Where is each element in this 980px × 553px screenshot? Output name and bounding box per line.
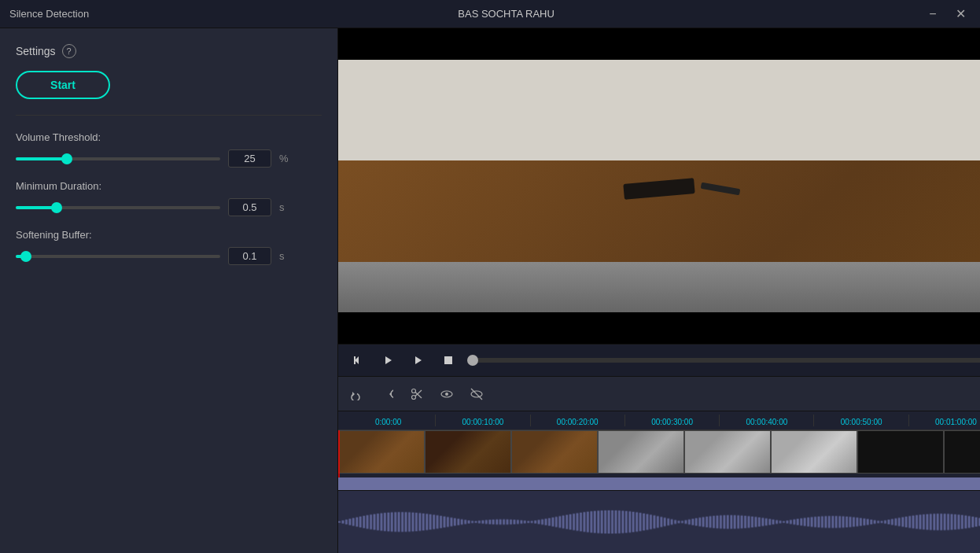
play-button[interactable]	[378, 349, 400, 371]
min-duration-label: Minimum Duration:	[16, 180, 322, 192]
track-segment-5	[771, 430, 857, 474]
volume-unit: %	[279, 153, 292, 164]
right-panel: 00:00:00:00/00:01:32:16	[338, 28, 980, 553]
main-content: Settings ? Start Volume Threshold: 25 % …	[0, 28, 980, 553]
left-panel: Settings ? Start Volume Threshold: 25 % …	[0, 28, 338, 553]
minimize-button[interactable]: −	[923, 5, 942, 24]
timeline-track-container[interactable]	[338, 430, 980, 477]
softening-slider-row: 0.1 s	[16, 247, 322, 265]
softening-buffer-control: Softening Buffer: 0.1 s	[16, 229, 322, 265]
softening-slider-track[interactable]	[16, 255, 220, 258]
min-duration-slider-track[interactable]	[16, 206, 220, 209]
softening-buffer-label: Softening Buffer:	[16, 229, 322, 241]
svg-line-14	[471, 389, 482, 400]
softening-unit: s	[279, 250, 292, 262]
softening-value-input[interactable]: 0.1	[228, 247, 271, 265]
track-segment-2	[511, 430, 598, 474]
video-preview	[338, 28, 980, 344]
prev-frame-button[interactable]	[348, 349, 370, 371]
ruler-mark-2: 00:00:20:00	[530, 415, 624, 426]
playback-progress[interactable]	[467, 358, 980, 363]
volume-threshold-control: Volume Threshold: 25 %	[16, 131, 322, 168]
timeline-track	[338, 430, 980, 474]
svg-point-12	[445, 393, 448, 396]
ruler-marks: 0:00:0000:00:10:0000:00:20:0000:00:30:00…	[338, 415, 980, 426]
close-button[interactable]: ✕	[952, 5, 971, 24]
ruler-mark-0: 0:00:00	[341, 415, 435, 426]
settings-label: Settings	[16, 45, 56, 57]
volume-slider-track[interactable]	[16, 157, 220, 160]
titlebar-controls: − ✕	[923, 5, 971, 24]
video-area	[338, 28, 980, 344]
help-icon[interactable]: ?	[62, 44, 76, 58]
playback-bar: 00:00:00:00/00:01:32:16	[338, 344, 980, 376]
min-duration-value-input[interactable]: 0.5	[228, 198, 271, 216]
track-segment-7	[944, 430, 980, 474]
waveform-canvas	[338, 491, 980, 553]
ruler-mark-4: 00:00:40:00	[719, 415, 813, 426]
svg-point-7	[412, 395, 416, 399]
min-duration-control: Minimum Duration: 0.5 s	[16, 180, 322, 216]
timeline-toolbar: − + Export to Timeline	[338, 376, 980, 411]
cut-button[interactable]	[406, 383, 428, 405]
waveform-container	[338, 490, 980, 553]
app-title: Silence Detection	[9, 8, 89, 20]
redo-button[interactable]	[376, 383, 398, 405]
min-duration-unit: s	[279, 201, 292, 213]
timeline-area: − + Export to Timeline 0:00:0000:00:10:0…	[338, 376, 980, 490]
svg-marker-5	[352, 392, 355, 396]
playhead-line	[338, 430, 340, 477]
volume-value-input[interactable]: 25	[228, 149, 271, 168]
volume-slider-row: 25 %	[16, 149, 322, 168]
svg-marker-3	[415, 356, 422, 364]
track-segment-4	[684, 430, 771, 474]
ruler-mark-3: 00:00:30:00	[624, 415, 719, 426]
svg-marker-2	[385, 356, 392, 364]
ruler-mark-5: 00:00:50:00	[813, 415, 908, 426]
play-forward-button[interactable]	[407, 349, 429, 371]
ruler-mark-1: 00:00:10:00	[435, 415, 529, 426]
video-title: BAS SOCHTA RAHU	[458, 8, 554, 20]
settings-row: Settings ?	[16, 44, 322, 58]
svg-rect-1	[354, 356, 356, 364]
svg-rect-4	[444, 356, 452, 364]
track-segment-6	[857, 430, 944, 474]
volume-threshold-label: Volume Threshold:	[16, 131, 322, 143]
track-segment-3	[598, 430, 684, 474]
track-segment-1	[425, 430, 511, 474]
silence-detection-bar	[338, 477, 980, 490]
show-button[interactable]	[436, 383, 458, 405]
svg-point-8	[412, 389, 416, 393]
divider-1	[16, 115, 322, 116]
timeline-ruler: 0:00:0000:00:10:0000:00:20:0000:00:30:00…	[338, 411, 980, 430]
undo-button[interactable]	[346, 383, 368, 405]
track-segment-0	[338, 430, 425, 474]
stop-button[interactable]	[437, 349, 459, 371]
ruler-mark-6: 00:01:00:00	[908, 415, 980, 426]
hide-button[interactable]	[466, 383, 488, 405]
min-duration-slider-row: 0.5 s	[16, 198, 322, 216]
start-button[interactable]: Start	[16, 71, 110, 99]
titlebar: Silence Detection BAS SOCHTA RAHU − ✕	[0, 0, 980, 28]
svg-marker-6	[389, 392, 392, 396]
